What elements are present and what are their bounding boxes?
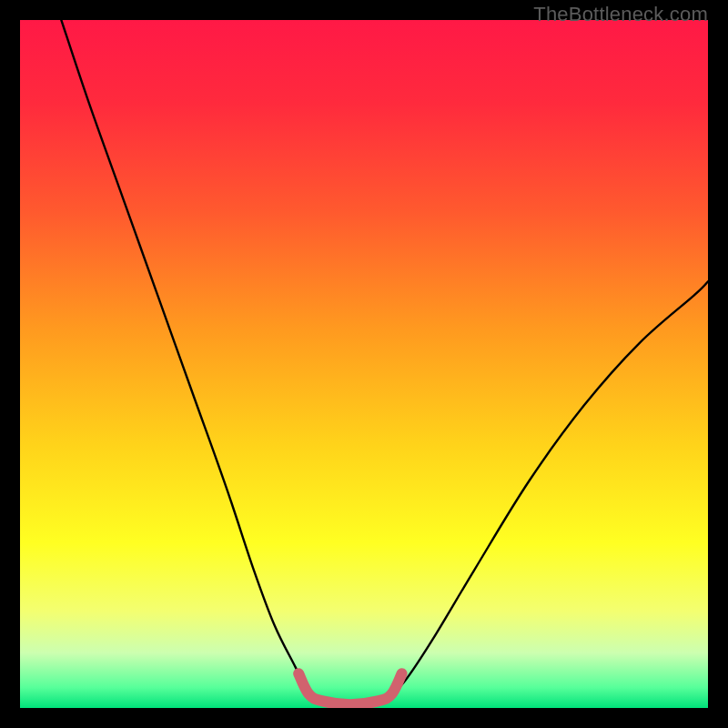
plot-area	[20, 20, 708, 708]
curve-main	[61, 20, 708, 705]
chart-frame: TheBottleneck.com	[0, 0, 728, 728]
curve-floor-highlight	[298, 673, 401, 704]
bottleneck-curve	[20, 20, 708, 708]
watermark-text: TheBottleneck.com	[533, 3, 708, 26]
